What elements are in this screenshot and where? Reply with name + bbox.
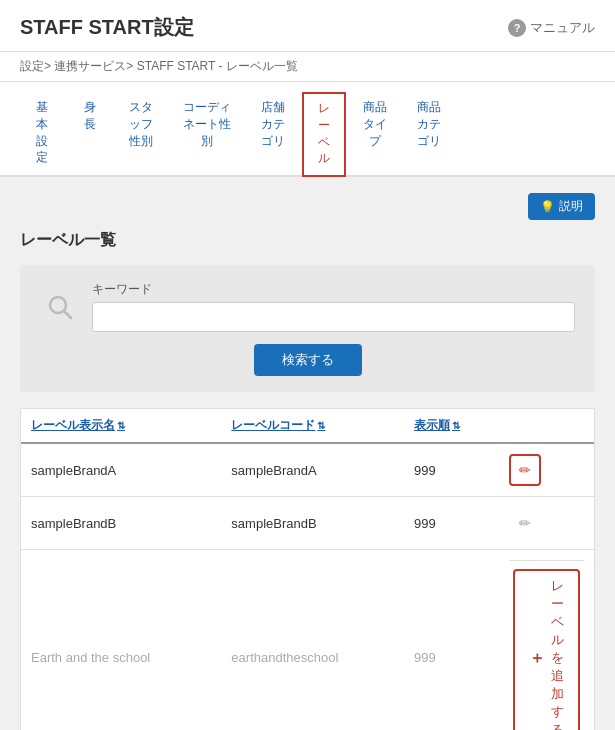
explain-button[interactable]: 💡 説明 (528, 193, 595, 220)
table-row: sampleBrandB sampleBrandB 999 ✏ (21, 497, 594, 550)
cell-action: ＋ レーベルを追加する (499, 550, 594, 730)
keyword-label: キーワード (92, 281, 575, 298)
tab-staff-gender[interactable]: スタ ッフ 性別 (116, 92, 166, 175)
page-title: STAFF START設定 (20, 14, 194, 41)
search-button[interactable]: 検索する (254, 344, 362, 376)
section-title: レーベル一覧 (20, 230, 595, 251)
edit-button-active[interactable]: ✏ (509, 454, 541, 486)
sort-label-code[interactable]: レーベルコード⇅ (231, 418, 325, 432)
th-label-code: レーベルコード⇅ (221, 409, 404, 443)
cell-label-code: earthandtheschool (221, 550, 404, 730)
cell-action: ✏ (499, 497, 594, 550)
table-header-row: レーベル表示名⇅ レーベルコード⇅ 表示順⇅ (21, 409, 594, 443)
tab-product-type[interactable]: 商品 タイ プ (350, 92, 400, 175)
cell-action: ✏ (499, 443, 594, 497)
cell-order: 999 (404, 443, 499, 497)
tabs-container: 基 本 設 定 身 長 スタ ッフ 性別 コーディ ネート性 別 店舗 カテ ゴ… (0, 82, 615, 177)
pencil-icon: ✏ (519, 462, 531, 478)
cell-order: 999 (404, 497, 499, 550)
th-actions (499, 409, 594, 443)
manual-label: マニュアル (530, 19, 595, 37)
data-table: レーベル表示名⇅ レーベルコード⇅ 表示順⇅ sampleBrandA samp… (21, 409, 594, 730)
tab-product-category[interactable]: 商品 カテ ゴリ (404, 92, 454, 175)
add-label-button[interactable]: ＋ レーベルを追加する (513, 569, 580, 730)
table-row: Earth and the school earthandtheschool 9… (21, 550, 594, 730)
tab-basic[interactable]: 基 本 設 定 (20, 92, 64, 175)
search-icon (40, 287, 80, 327)
keyword-input[interactable] (92, 302, 575, 332)
add-label-row: ＋ レーベルを追加する (509, 560, 584, 730)
sort-label-name[interactable]: レーベル表示名⇅ (31, 418, 125, 432)
plus-icon: ＋ (529, 648, 545, 669)
search-row: キーワード (40, 281, 575, 332)
search-field-group: キーワード (92, 281, 575, 332)
cell-label-name: sampleBrandA (21, 443, 221, 497)
pencil-icon: ✏ (519, 515, 531, 531)
breadcrumb: 設定> 連携サービス> STAFF START - レーベル一覧 (0, 52, 615, 82)
edit-button-plain[interactable]: ✏ (509, 507, 541, 539)
data-table-wrapper: レーベル表示名⇅ レーベルコード⇅ 表示順⇅ sampleBrandA samp… (20, 408, 595, 730)
explain-btn-row: 💡 説明 (20, 193, 595, 220)
tab-store-category[interactable]: 店舗 カテ ゴリ (248, 92, 298, 175)
bulb-icon: 💡 (540, 200, 555, 214)
help-icon: ? (508, 19, 526, 37)
th-order: 表示順⇅ (404, 409, 499, 443)
search-area: キーワード 検索する (20, 265, 595, 392)
tab-height[interactable]: 身 長 (68, 92, 112, 175)
page-header: STAFF START設定 ? マニュアル (0, 0, 615, 52)
sort-order[interactable]: 表示順⇅ (414, 418, 460, 432)
svg-point-0 (50, 297, 66, 313)
svg-line-1 (65, 311, 72, 318)
tab-label[interactable]: レ ー ベ ル (302, 92, 346, 177)
th-label-name: レーベル表示名⇅ (21, 409, 221, 443)
cell-label-name: sampleBrandB (21, 497, 221, 550)
cell-label-code: sampleBrandA (221, 443, 404, 497)
search-btn-row: 検索する (40, 344, 575, 376)
main-content: 💡 説明 レーベル一覧 キーワード 検索する (0, 177, 615, 730)
cell-order: 999 (404, 550, 499, 730)
cell-label-code: sampleBrandB (221, 497, 404, 550)
cell-label-name: Earth and the school (21, 550, 221, 730)
tab-coordinate[interactable]: コーディ ネート性 別 (170, 92, 244, 175)
table-row: sampleBrandA sampleBrandA 999 ✏ (21, 443, 594, 497)
manual-link[interactable]: ? マニュアル (508, 19, 595, 37)
